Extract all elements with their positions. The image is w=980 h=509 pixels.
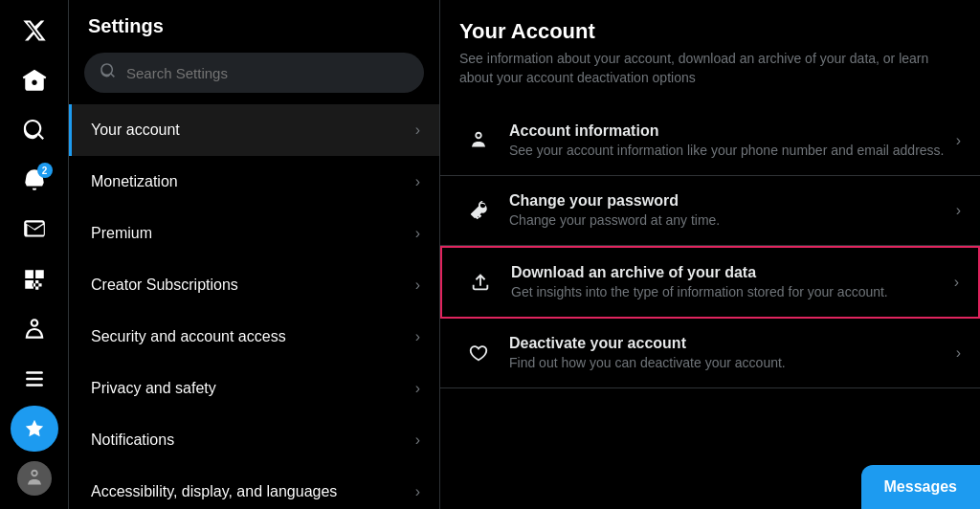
chevron-icon: › [415, 122, 420, 139]
search-input[interactable] [126, 65, 409, 81]
sidebar-item-label: Accessibility, display, and languages [91, 483, 337, 500]
setting-title-account-info: Account information [509, 122, 948, 140]
chevron-icon: › [415, 483, 420, 500]
setting-title-deactivate: Deactivate your account [509, 335, 948, 352]
sidebar-item-label: Privacy and safety [91, 380, 216, 397]
sidebar-item-notifications[interactable]: Notifications› [69, 414, 439, 466]
notification-badge: 2 [37, 163, 53, 178]
nav-grok[interactable] [11, 256, 58, 302]
page-title: Your Account [440, 19, 980, 50]
setting-title-change-password: Change your password [509, 192, 948, 210]
setting-chevron-account-info: › [956, 132, 961, 149]
settings-menu: Your account›Monetization›Premium›Creato… [69, 104, 439, 509]
nav-more[interactable] [11, 356, 58, 402]
sidebar-item-monetization[interactable]: Monetization› [69, 156, 439, 208]
setting-icon-change-password [459, 191, 498, 230]
setting-chevron-deactivate: › [956, 344, 961, 362]
setting-desc-deactivate: Find out how you can deactivate your acc… [509, 354, 948, 371]
settings-title: Settings [69, 0, 439, 45]
messages-bar[interactable]: Messages [861, 465, 981, 509]
chevron-icon: › [415, 173, 420, 190]
setting-item-download-archive[interactable]: Download an archive of your data Get ins… [440, 246, 980, 319]
user-avatar [17, 461, 52, 496]
chevron-icon: › [415, 225, 420, 242]
nav-premium[interactable] [11, 406, 58, 452]
main-content: Your Account See information about your … [440, 0, 980, 509]
setting-title-download-archive: Download an archive of your data [511, 264, 947, 281]
setting-item-account-info[interactable]: Account information See your account inf… [440, 106, 980, 176]
setting-icon-download-archive [461, 263, 500, 301]
nav-avatar[interactable] [11, 455, 58, 501]
setting-chevron-change-password: › [956, 202, 961, 219]
sidebar-item-label: Creator Subscriptions [91, 277, 238, 294]
nav-profile[interactable] [11, 306, 58, 352]
sidebar-item-accessibility[interactable]: Accessibility, display, and languages› [69, 466, 439, 509]
search-box[interactable] [84, 53, 424, 93]
sidebar-item-premium[interactable]: Premium› [69, 208, 439, 259]
setting-item-deactivate[interactable]: Deactivate your account Find out how you… [440, 319, 980, 388]
nav-messages[interactable] [11, 207, 58, 253]
setting-icon-deactivate [459, 334, 498, 372]
nav-home[interactable] [11, 57, 58, 103]
chevron-icon: › [415, 432, 420, 449]
settings-sidebar: Settings Your account›Monetization›Premi… [69, 0, 440, 509]
search-icon [100, 62, 117, 83]
sidebar-item-privacy[interactable]: Privacy and safety› [69, 363, 439, 414]
sidebar-item-your-account[interactable]: Your account› [69, 104, 439, 156]
setting-desc-account-info: See your account information like your p… [509, 142, 948, 159]
nav-notifications[interactable]: 2 [11, 157, 58, 203]
setting-chevron-download-archive: › [954, 274, 959, 291]
chevron-icon: › [415, 380, 420, 397]
sidebar-item-label: Premium [91, 225, 152, 242]
setting-desc-change-password: Change your password at any time. [509, 211, 948, 229]
setting-icon-account-info [459, 122, 498, 160]
page-subtitle: See information about your account, down… [440, 50, 980, 106]
left-navigation: 2 [0, 0, 69, 509]
sidebar-item-label: Security and account access [91, 328, 286, 345]
sidebar-item-label: Notifications [91, 432, 174, 449]
sidebar-item-creator-subscriptions[interactable]: Creator Subscriptions› [69, 259, 439, 311]
setting-item-change-password[interactable]: Change your password Change your passwor… [440, 176, 980, 246]
settings-items-list: Account information See your account inf… [440, 106, 980, 388]
nav-x-logo[interactable] [11, 8, 58, 54]
chevron-icon: › [415, 277, 420, 294]
chevron-icon: › [415, 328, 420, 345]
setting-desc-download-archive: Get insights into the type of informatio… [511, 283, 947, 300]
nav-search[interactable] [11, 107, 58, 153]
sidebar-item-security[interactable]: Security and account access› [69, 311, 439, 363]
sidebar-item-label: Your account [91, 122, 180, 139]
sidebar-item-label: Monetization [91, 173, 178, 190]
